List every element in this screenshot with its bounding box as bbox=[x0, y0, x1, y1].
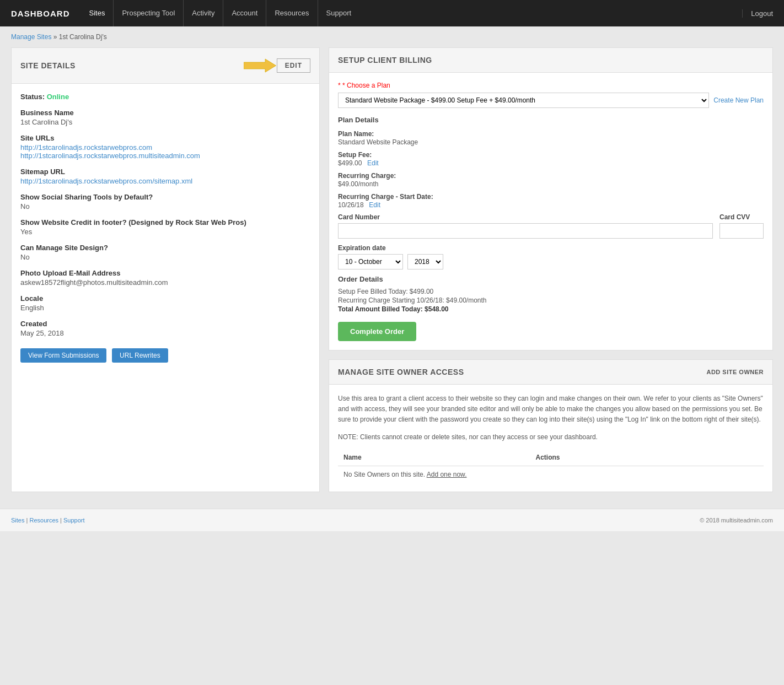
manage-design-label: Can Manage Site Design? bbox=[20, 244, 310, 252]
main-container: SITE DETAILS EDIT Status: Online Busines… bbox=[0, 47, 784, 503]
recurring-start-edit-link[interactable]: Edit bbox=[369, 201, 380, 209]
order-line-2: Recurring Charge Starting 10/26/18: $49.… bbox=[338, 296, 764, 304]
manage-site-owner-body: Use this area to grant a client access t… bbox=[329, 385, 772, 492]
choose-plan-label: * * Choose a Plan bbox=[338, 82, 764, 89]
photo-email-label: Photo Upload E-Mail Address bbox=[20, 269, 310, 277]
sitemap-url-link[interactable]: http://1stcarolinadjs.rockstarwebpros.co… bbox=[20, 177, 192, 185]
site-details-title: SITE DETAILS bbox=[20, 61, 76, 70]
card-cvv-label: Card CVV bbox=[719, 213, 764, 221]
card-row: Card Number Card CVV bbox=[338, 213, 764, 239]
breadcrumb: Manage Sites » 1st Carolina Dj's bbox=[0, 26, 784, 47]
manage-site-owner-note: NOTE: Clients cannot create or delete si… bbox=[338, 432, 764, 443]
site-url-1-link[interactable]: http://1stcarolinadjs.rockstarwebpros.co… bbox=[20, 143, 152, 152]
recurring-charge-value: $49.00/month bbox=[338, 180, 378, 188]
sitemap-url-label: Sitemap URL bbox=[20, 168, 310, 176]
brand: DASHBOARD bbox=[11, 9, 70, 18]
breadcrumb-separator: » bbox=[53, 33, 59, 41]
manage-site-owner-header: MANAGE SITE OWNER ACCESS ADD SITE OWNER bbox=[329, 360, 772, 385]
locale-label: Locale bbox=[20, 294, 310, 303]
view-form-submissions-button[interactable]: View Form Submissions bbox=[20, 348, 106, 363]
order-line-total: Total Amount Billed Today: $548.00 bbox=[338, 305, 764, 313]
billing-body: * * Choose a Plan Standard Website Packa… bbox=[329, 73, 772, 350]
manage-design-value: No bbox=[20, 253, 310, 261]
required-asterisk: * bbox=[338, 82, 341, 89]
breadcrumb-parent[interactable]: Manage Sites bbox=[11, 33, 51, 41]
site-url-1: http://1stcarolinadjs.rockstarwebpros.co… bbox=[20, 143, 310, 152]
field-photo-email: Photo Upload E-Mail Address askew18572fl… bbox=[20, 269, 310, 287]
expiration-label: Expiration date bbox=[338, 244, 764, 252]
url-rewrites-button[interactable]: URL Rewrites bbox=[112, 348, 168, 363]
website-credit-value: Yes bbox=[20, 228, 310, 236]
footer-resources-link[interactable]: Resources bbox=[29, 517, 58, 524]
site-details-body: Status: Online Business Name 1st Carolin… bbox=[12, 84, 319, 371]
footer-sites-link[interactable]: Sites bbox=[11, 517, 24, 524]
expiration-row: 10 - October 1 - January 2 - February 3 … bbox=[338, 254, 764, 269]
choose-plan-text: * Choose a Plan bbox=[342, 82, 390, 89]
exp-month-select[interactable]: 10 - October 1 - January 2 - February 3 … bbox=[338, 254, 403, 269]
nav-prospecting[interactable]: Prospecting Tool bbox=[113, 0, 183, 26]
nav-sites[interactable]: Sites bbox=[81, 0, 114, 26]
add-site-owner-button[interactable]: ADD SITE OWNER bbox=[706, 369, 764, 375]
locale-value: English bbox=[20, 304, 310, 312]
social-sharing-value: No bbox=[20, 202, 310, 211]
manage-site-owner-description: Use this area to grant a client access t… bbox=[338, 393, 764, 425]
breadcrumb-current: 1st Carolina Dj's bbox=[59, 33, 107, 41]
plan-name-value: Standard Website Package bbox=[338, 138, 418, 146]
manage-site-owner-title: MANAGE SITE OWNER ACCESS bbox=[338, 368, 464, 376]
footer-links: Sites | Resources | Support bbox=[11, 517, 85, 524]
field-status: Status: Online bbox=[20, 93, 310, 101]
col-actions: Actions bbox=[530, 449, 764, 466]
field-sitemap-url: Sitemap URL http://1stcarolinadjs.rockst… bbox=[20, 168, 310, 185]
recurring-charge-row: Recurring Charge: $49.00/month bbox=[338, 171, 764, 188]
billing-panel: SETUP CLIENT BILLING * * Choose a Plan S… bbox=[329, 47, 773, 350]
field-site-urls: Site URLs http://1stcarolinadjs.rockstar… bbox=[20, 134, 310, 160]
order-line-1: Setup Fee Billed Today: $499.00 bbox=[338, 288, 764, 295]
manage-site-owner-panel: MANAGE SITE OWNER ACCESS ADD SITE OWNER … bbox=[329, 359, 773, 492]
field-social-sharing: Show Social Sharing Tools by Default? No bbox=[20, 193, 310, 211]
field-created: Created May 25, 2018 bbox=[20, 320, 310, 337]
setup-fee-edit-link[interactable]: Edit bbox=[367, 159, 379, 167]
edit-arrow-wrapper: EDIT bbox=[244, 56, 310, 75]
plan-name-label: Plan Name: bbox=[338, 130, 374, 138]
card-cvv-input[interactable] bbox=[719, 223, 764, 239]
expiration-group: Expiration date 10 - October 1 - January… bbox=[338, 244, 764, 269]
site-url-2-link[interactable]: http://1stcarolinadjs.rockstarwebpros.mu… bbox=[20, 152, 200, 160]
logout-link[interactable]: Logout bbox=[742, 9, 773, 18]
footer-copyright: © 2018 multisiteadmin.com bbox=[700, 517, 773, 524]
field-website-credit: Show Website Credit in footer? (Designed… bbox=[20, 218, 310, 236]
status-label: Status: bbox=[20, 93, 47, 101]
exp-year-select[interactable]: 2018 2019 2020 2021 2022 2023 bbox=[407, 254, 443, 269]
business-name-label: Business Name bbox=[20, 109, 310, 117]
setup-fee-label: Setup Fee: bbox=[338, 151, 372, 159]
field-manage-design: Can Manage Site Design? No bbox=[20, 244, 310, 261]
card-number-input[interactable] bbox=[338, 223, 713, 239]
no-owners-row: No Site Owners on this site. Add one now… bbox=[338, 466, 764, 483]
recurring-start-label: Recurring Charge - Start Date: bbox=[338, 193, 433, 201]
edit-button[interactable]: EDIT bbox=[277, 58, 310, 73]
complete-order-button[interactable]: Complete Order bbox=[338, 322, 416, 341]
arrow-icon bbox=[244, 56, 277, 75]
setup-fee-row: Setup Fee: $499.00 Edit bbox=[338, 150, 764, 167]
recurring-start-value: 10/26/18 bbox=[338, 201, 364, 209]
footer-support-link[interactable]: Support bbox=[63, 517, 85, 524]
sitemap-url-value: http://1stcarolinadjs.rockstarwebpros.co… bbox=[20, 177, 310, 185]
add-one-now-link[interactable]: Add one now. bbox=[427, 471, 467, 478]
recurring-charge-label: Recurring Charge: bbox=[338, 172, 396, 180]
site-details-panel: SITE DETAILS EDIT Status: Online Busines… bbox=[11, 47, 320, 492]
card-cvv-group: Card CVV bbox=[719, 213, 764, 239]
nav-account[interactable]: Account bbox=[223, 0, 266, 26]
nav-activity[interactable]: Activity bbox=[183, 0, 223, 26]
nav-support[interactable]: Support bbox=[318, 0, 360, 26]
create-new-plan-link[interactable]: Create New Plan bbox=[713, 96, 764, 104]
social-sharing-label: Show Social Sharing Tools by Default? bbox=[20, 193, 310, 201]
plan-name-row: Plan Name: Standard Website Package bbox=[338, 130, 764, 146]
plan-select-row: Standard Website Package - $499.00 Setup… bbox=[338, 93, 764, 108]
navbar: DASHBOARD Sites Prospecting Tool Activit… bbox=[0, 0, 784, 26]
recurring-start-date-row: Recurring Charge - Start Date: 10/26/18 … bbox=[338, 192, 764, 209]
photo-email-value: askew18572flight@photos.multisiteadmin.c… bbox=[20, 278, 310, 287]
plan-select[interactable]: Standard Website Package - $499.00 Setup… bbox=[338, 93, 709, 108]
svg-marker-0 bbox=[244, 59, 276, 72]
nav-resources[interactable]: Resources bbox=[266, 0, 317, 26]
billing-panel-header: SETUP CLIENT BILLING bbox=[329, 48, 772, 73]
field-locale: Locale English bbox=[20, 294, 310, 312]
